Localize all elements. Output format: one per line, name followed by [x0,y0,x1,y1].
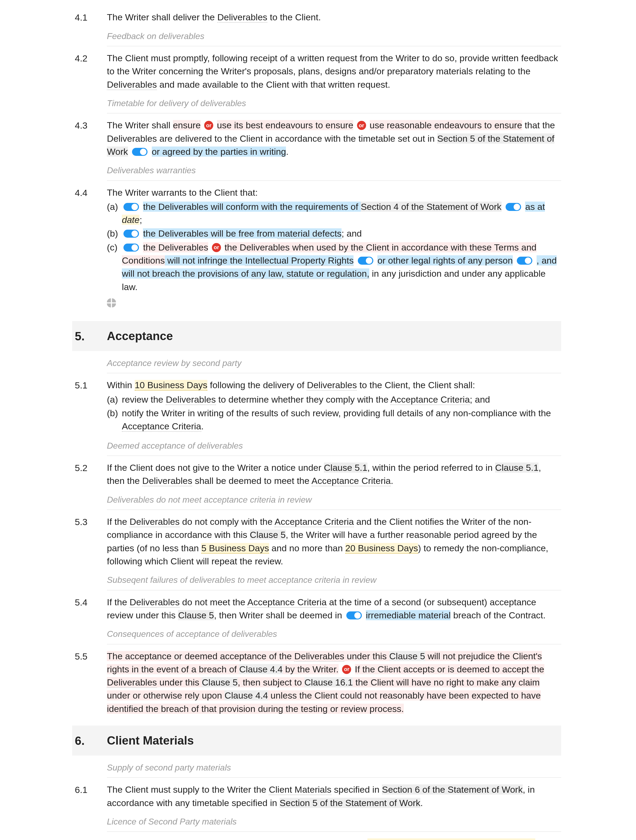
clause-body: The Writer shall ensure or use its best … [107,119,561,158]
guidance-note: Timetable for delivery of deliverables [107,97,561,114]
defined-term-deliverables[interactable]: Deliverables [166,394,216,405]
clause-ref[interactable]: Clause 5 [202,677,238,687]
toggle-switch[interactable] [123,203,139,211]
clause-ref[interactable]: Clause 5.1 [495,463,539,473]
defined-term-deliverables[interactable]: Deliverables [142,475,192,486]
clause-ref[interactable]: Clause 4.4 [239,664,283,674]
field-days[interactable]: 5 Business Days [201,543,269,554]
or-chip-icon[interactable]: or [204,121,213,130]
defined-term[interactable]: any law, statute or regulation, [251,268,369,279]
clause-number: 4.4 [75,186,107,199]
clause-body: Within 10 Business Days following the de… [107,379,561,433]
toggle-text[interactable]: the Deliverables will conform with the r… [143,202,501,212]
toggle-switch[interactable] [346,611,362,619]
text: If the Client does not give to the Write… [107,463,324,473]
section-title: Acceptance [107,329,173,343]
text: and no more than [269,543,345,553]
clause-body: The Client hereby grants to the Writer a… [107,837,561,840]
toggle-text[interactable]: or agreed by the parties in writing [152,147,286,157]
field-date[interactable]: date [122,215,140,225]
sub-list: (a) the Deliverables will conform with t… [107,200,561,294]
defined-term-client-materials[interactable]: Client Materials [269,785,331,795]
toggle-text[interactable]: the Deliverables will be free from mater… [143,228,342,238]
section-number: 6. [75,732,107,749]
defined-term-deliverables[interactable]: Deliverables [217,12,267,23]
defined-term-acceptance-criteria[interactable]: Acceptance Criteria [390,394,470,405]
or-chip-icon[interactable]: or [212,243,221,252]
or-chip-icon[interactable]: or [342,665,351,674]
guidance-note: Acceptance review by second party [107,357,561,373]
defined-term-acceptance-criteria[interactable]: Acceptance Criteria [312,475,391,486]
defined-term-ipr[interactable]: Intellectual Property Rights [245,255,354,266]
clause-5-1: 5.1 Within 10 Business Days following th… [75,379,561,433]
defined-term-deliverables[interactable]: Deliverables [107,79,157,90]
text: . [420,798,423,808]
defined-term[interactable]: material defects [277,228,342,239]
field-days[interactable]: 10 Business Days [135,380,207,391]
defined-term-deliverables[interactable]: Deliverables [107,677,157,688]
defined-term-acceptance-criteria[interactable]: Acceptance Criteria [247,597,327,608]
defined-term-deliverables[interactable]: Deliverables [307,380,357,391]
sub-letter: (b) [107,227,122,240]
text: the Deliverables will conform with the r… [143,202,361,212]
guidance-note: Feedback on deliverables [107,30,561,46]
text: to the Client, the Client shall: [357,380,475,390]
text: specified in [331,785,382,794]
clause-ref[interactable]: Clause 5 [178,610,214,620]
text: . [391,475,393,486]
clause-4-1: 4.1 The Writer shall deliver the Deliver… [75,11,561,24]
clause-number: 4.1 [75,11,107,24]
text: , then subject to [238,677,305,687]
text: . [286,147,288,157]
toggle-switch[interactable] [123,243,139,251]
toggle-text[interactable]: irremediable material [366,610,450,620]
text: following the delivery of [207,380,307,390]
or-chip-icon[interactable]: or [357,121,366,130]
defined-term-deliverables[interactable]: Deliverables [130,516,179,527]
defined-term-acceptance-criteria[interactable]: Acceptance Criteria [274,516,354,527]
document-page: 4.1 The Writer shall deliver the Deliver… [38,0,598,840]
text: , then Writer shall be deemed in [214,610,345,620]
section-ref[interactable]: Section 4 of the Statement of Work [361,202,502,212]
clause-ref[interactable]: Clause 5 [250,530,286,540]
text: If the [107,516,130,527]
text: will not infringe the [165,255,245,265]
text: The Writer warrants to the Client that: [107,188,258,197]
text: ; and [342,228,362,238]
defined-term-deliverables[interactable]: Deliverables [294,651,344,662]
text: notify the Writer in writing of the resu… [122,408,551,418]
guidance-note: Subseqent failures of deliverables to me… [107,574,561,590]
toggle-switch[interactable] [358,257,373,265]
clause-4-3: 4.3 The Writer shall ensure or use its b… [75,119,561,158]
toggle-text[interactable]: will not infringe the Intellectual Prope… [165,255,354,265]
sub-clause-b: (b) the Deliverables will be free from m… [107,227,561,240]
option-text[interactable]: ensure [173,120,201,130]
defined-term-deliverables[interactable]: Deliverables [130,597,179,608]
toggle-switch[interactable] [132,148,148,156]
add-clause-icon[interactable] [107,298,116,308]
toggle-text[interactable]: or other legal rights [377,255,455,265]
defined-term-acceptance-criteria[interactable]: Acceptance Criteria [122,421,201,432]
section-ref[interactable]: Section 6 of the Statement of Work [382,785,523,794]
clause-ref[interactable]: Clause 5 [389,651,425,661]
guidance-note: Consequences of acceptance of deliverabl… [107,628,561,644]
toggle-switch[interactable] [517,257,532,265]
toggle-switch[interactable] [123,230,139,238]
clause-body: If the Deliverables do not meet the Acce… [107,596,561,622]
text: The Client must promptly, following rece… [107,53,558,76]
option-text[interactable]: the Deliverables [143,242,208,253]
clause-6-2: 6.2 The Client hereby grants to the Writ… [75,837,561,840]
note-row: Supply of second party materials [75,761,561,782]
note-row: Acceptance review by second party [75,357,561,377]
option-text[interactable]: use its best endeavours to ensure [217,120,353,130]
field-days[interactable]: 20 Business Days [345,543,418,554]
option-text[interactable]: use reasonable endeavours to ensure [370,120,522,130]
section-ref[interactable]: Section 5 of the Statement of Work [280,798,420,808]
clause-number: 6.2 [75,837,107,840]
text: The Writer shall deliver the [107,12,217,22]
clause-ref[interactable]: Clause 4.4 [225,690,268,701]
clause-ref[interactable]: Clause 5.1 [324,463,367,473]
toggle-switch[interactable] [505,203,521,211]
clause-ref[interactable]: Clause 16.1 [304,677,353,687]
text: If the [107,597,130,607]
